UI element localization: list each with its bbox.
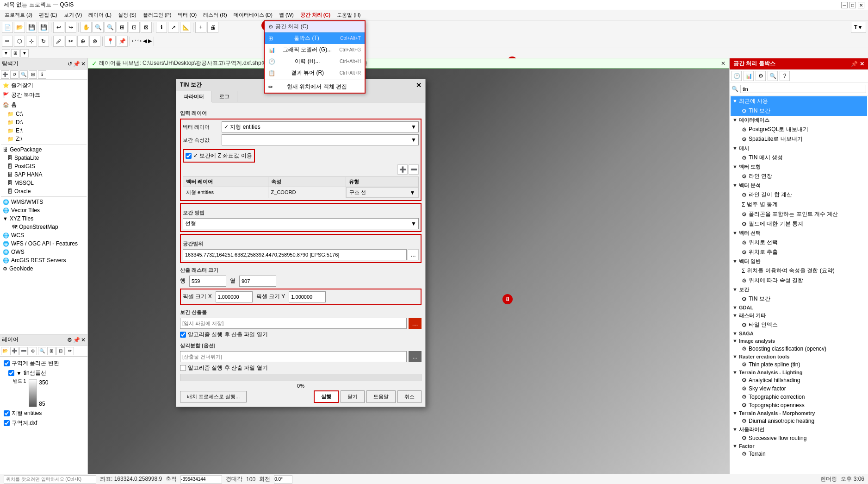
layer-open-btn[interactable]: 📂 — [1, 347, 9, 355]
browser-arcgis[interactable]: 🌐ArcGIS REST Servers — [1, 256, 87, 264]
toolbox-model-btn[interactable]: 📊 — [744, 71, 754, 81]
toolbox-section-vector-geom[interactable]: ▼ 벡터 도형 — [731, 163, 867, 171]
browser-info-btn[interactable]: ℹ — [38, 70, 46, 79]
menu-layer[interactable]: 레이어 (L) — [86, 11, 114, 19]
measure-btn[interactable]: 📐 — [180, 22, 191, 33]
pixel-x-input[interactable] — [216, 291, 253, 302]
edit-move-btn[interactable]: ⊹ — [26, 36, 37, 47]
toolbox-section-interpolation[interactable]: ▼ 보간 — [731, 285, 867, 294]
browser-c-drive[interactable]: 📁C:\ — [1, 110, 87, 118]
save-project-btn[interactable]: 💾 — [26, 22, 37, 33]
rows-input[interactable] — [189, 276, 226, 287]
table-add-btn[interactable]: ➕ — [397, 164, 408, 175]
toolbox-count-points[interactable]: ⚙폴리곤을 포함하는 포인트 개수 계산 — [731, 209, 867, 219]
toolbox-close-btn[interactable]: ✕ — [860, 61, 864, 67]
browser-refresh-btn[interactable]: ↺ — [68, 61, 72, 67]
output-browse-btn[interactable]: … — [409, 318, 422, 329]
snap-btn[interactable]: 📍 — [105, 36, 116, 47]
extent-input[interactable] — [183, 249, 407, 260]
toolbox-settings-btn[interactable]: ⚙ — [756, 71, 766, 81]
menu-graphic-modeler[interactable]: 📊 그래픽 모델러 (G)... Ctrl+Alt+G — [265, 44, 365, 56]
table-remove-btn[interactable]: ➖ — [409, 164, 419, 175]
toolbox-diurnal[interactable]: ⚙Diurnal anisotropic heating — [731, 417, 867, 425]
toolbox-line-extend[interactable]: ⚙라인 연장 — [731, 171, 867, 181]
identify-btn[interactable]: ℹ — [156, 22, 167, 33]
toolbox-filter-btn[interactable]: 🔍 — [768, 71, 778, 81]
add-layer-btn[interactable]: ＋ — [195, 22, 206, 33]
toolbox-sky-view[interactable]: ⚙Sky view factor — [731, 384, 867, 393]
tin-tab-log[interactable]: 로그 — [212, 91, 237, 102]
toolbox-tin-interpolation[interactable]: ⚙TIN 보간 — [731, 294, 867, 304]
extra-btn1[interactable]: ▼ — [2, 49, 10, 57]
tin-tab-params[interactable]: 파라미터 — [176, 91, 212, 102]
toolbox-section-vector-select[interactable]: ▼ 벡터 선택 — [731, 229, 867, 238]
zoom-in-btn[interactable]: 🔍 — [93, 22, 104, 33]
layer-add-btn[interactable]: ➕ — [10, 347, 19, 355]
toolbox-basic-stats[interactable]: ⚙필드에 대한 기본 통계 — [731, 219, 867, 229]
redo-btn[interactable]: ↪ — [65, 22, 76, 33]
toolbox-section-terrain-morpho[interactable]: ▼ Terrain Analysis - Morphometry — [731, 409, 867, 417]
toolbox-help-btn[interactable]: ? — [780, 71, 790, 81]
browser-collapse-btn[interactable]: ⊟ — [29, 70, 37, 79]
tin-close-btn[interactable]: ✕ — [416, 82, 422, 89]
new-project-btn[interactable]: 📄 — [2, 22, 13, 33]
table-row[interactable]: 지형 entities Z_COORD 구조 선 ▼ — [183, 187, 419, 198]
toolbox-search-input[interactable] — [740, 85, 866, 93]
cols-input[interactable] — [239, 276, 276, 287]
browser-ows[interactable]: 🌐OWS — [1, 248, 87, 256]
toolbox-pin-btn[interactable]: 📌 — [851, 61, 858, 67]
toolbox-section-vector-general[interactable]: ▼ 벡터 일반 — [731, 257, 867, 266]
toolbox-extract-location[interactable]: ⚙위치로 추출 — [731, 247, 867, 257]
menu-history[interactable]: 🕐 이력 (H)... Ctrl+Alt+H — [265, 56, 365, 67]
browser-favorites[interactable]: ⭐즐겨찾기 — [1, 81, 87, 90]
output-file-input[interactable] — [180, 318, 407, 329]
toolbox-section-saga[interactable]: ▼ SAGA — [731, 330, 867, 337]
layer-collapse-btn[interactable]: ⊟ — [56, 347, 65, 355]
browser-d-drive[interactable]: 📁D:\ — [1, 118, 87, 126]
scale-input[interactable] — [180, 475, 222, 484]
toolbox-spatialite-export[interactable]: ⚙SpatiaLite로 내보내기 — [731, 134, 867, 144]
menu-toolbox[interactable]: ⊞ 툴박스 (T) Ctrl+Alt+T — [265, 32, 365, 44]
zoom-layer-btn[interactable]: ⊡ — [129, 22, 140, 33]
menu-edit[interactable]: 편집 (E) — [36, 11, 60, 19]
print-btn[interactable]: 🖨 — [207, 22, 218, 33]
extent-browse-btn[interactable]: … — [408, 249, 419, 260]
layer-edit-btn[interactable]: ✏ — [66, 347, 74, 355]
browser-spatialite[interactable]: 🗄SpatiaLite — [1, 154, 87, 162]
extra-btn2[interactable]: ⊞ — [11, 49, 19, 57]
toolbox-category-stats[interactable]: Σ범주 별 통계 — [731, 200, 867, 209]
toolbox-history-btn[interactable]: 🕐 — [732, 71, 742, 81]
merge-btn[interactable]: ⊕ — [77, 36, 88, 47]
layer-remove-btn[interactable]: ➖ — [19, 347, 28, 355]
extra-btn3[interactable]: ▼ — [20, 49, 29, 57]
minimize-button[interactable]: ─ — [841, 2, 848, 8]
zoom-selection-btn[interactable]: ⊠ — [141, 22, 152, 33]
toolbox-terrain[interactable]: ⚙Terrain — [731, 450, 867, 458]
browser-wfs-ogc[interactable]: 🌐WFS / OGC API - Features — [1, 239, 87, 248]
toolbox-section-mesh[interactable]: ▼ 메시 — [731, 144, 867, 153]
maximize-button[interactable]: □ — [849, 2, 856, 8]
toolbox-boosting[interactable]: ⚙Boosting classification (opencv) — [731, 345, 867, 353]
browser-e-drive[interactable]: 📁E:\ — [1, 126, 87, 135]
browser-xyz-tiles[interactable]: ▼XYZ Tiles — [1, 214, 87, 223]
triangulation-browse-btn[interactable]: … — [409, 351, 422, 362]
toolbox-hillshading[interactable]: ⚙Analytical hillshading — [731, 376, 867, 384]
menu-raster[interactable]: 래스터 (R) — [200, 11, 229, 19]
browser-wms-wmts[interactable]: 🌐WMS/WMTS — [1, 198, 87, 206]
split-btn[interactable]: ⊗ — [89, 36, 100, 47]
toolbox-postgresql-export[interactable]: ⚙PostgreSQL로 내보내기 — [731, 125, 867, 134]
browser-mssql[interactable]: 🗄MSSQL — [1, 179, 87, 187]
zoom-out-btn[interactable]: 🔍 — [105, 22, 116, 33]
cancel-btn[interactable]: 취소 — [397, 390, 422, 403]
menu-project[interactable]: 프로젝트 (J) — [2, 11, 35, 19]
toolbox-section-vector-analysis[interactable]: ▼ 벡터 분석 — [731, 181, 867, 190]
angle-input[interactable] — [274, 475, 292, 484]
edit-rotate-btn[interactable]: ↻ — [38, 36, 49, 47]
browser-filter-btn[interactable]: 🔍 — [19, 70, 28, 79]
pan-btn[interactable]: ✋ — [81, 22, 92, 33]
browser-postgis[interactable]: 🗄PostGIS — [1, 162, 87, 170]
browser-oracle[interactable]: 🗄Oracle — [1, 187, 87, 195]
toolbox-topo-correction[interactable]: ⚙Topographic correction — [731, 393, 867, 401]
coordinate-input[interactable] — [4, 475, 96, 484]
toolbox-successive-flow[interactable]: ⚙Successive flow routing — [731, 434, 867, 442]
